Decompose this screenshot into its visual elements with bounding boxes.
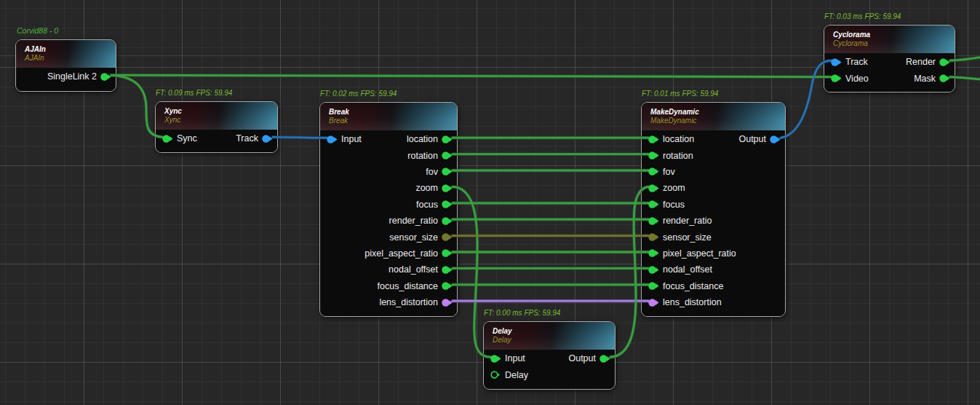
node-header-makedynamic[interactable]: MakeDynamicMakeDynamic (642, 103, 785, 130)
pin-render-ratio-input[interactable] (648, 216, 660, 226)
node-subtitle: Xync (164, 116, 277, 125)
pin-circle (442, 184, 449, 192)
pin-row: fov (320, 164, 457, 180)
pin-label: Input (341, 134, 362, 144)
pin-output-output[interactable] (599, 354, 611, 363)
pin-focus-distance-input[interactable] (648, 281, 660, 291)
pin-focus-distance-output[interactable] (442, 281, 453, 291)
pin-location-input[interactable] (648, 135, 660, 144)
pin-singlelink-2-output[interactable] (100, 72, 112, 82)
pin-label: lens_distortion (663, 297, 722, 307)
node-header-xync[interactable]: XyncXync (156, 102, 277, 130)
pin-nodal-offset-output[interactable] (442, 265, 453, 275)
pin-notch (947, 60, 950, 65)
pin-label: zoom (663, 183, 685, 193)
stats-label-xync: FT: 0.09 ms FPS: 59.94 (156, 89, 232, 98)
node-ajain[interactable]: AJAInAJAInSingleLink 2 (15, 39, 116, 92)
pin-group-left: Sync (162, 133, 197, 143)
pin-label: Video (845, 74, 869, 84)
node-cyclorama[interactable]: CycloramaCycloramaTrackRenderVideoMask (824, 25, 955, 93)
pin-group-right: sensor_size (389, 232, 453, 243)
pin-focus-input[interactable] (648, 200, 660, 209)
node-break[interactable]: BreakBreakInputlocationrotationfovzoomfo… (319, 102, 458, 317)
pin-mask-output[interactable] (939, 74, 951, 83)
pin-row: nodal_offset (320, 262, 457, 278)
pin-delay-hollow-input[interactable] (490, 370, 502, 380)
pin-render-ratio-output[interactable] (442, 216, 453, 226)
pin-sync-input[interactable] (162, 134, 174, 143)
pin-row: rotation (320, 147, 457, 163)
pin-notch (656, 235, 659, 240)
pin-render-output[interactable] (939, 58, 951, 67)
pin-notch (777, 137, 781, 142)
pin-lens-distortion-output[interactable] (442, 298, 453, 307)
pin-sensor-size-input[interactable] (648, 232, 660, 242)
pin-label: nodal_offset (389, 264, 438, 275)
pin-circle (599, 355, 607, 362)
pin-row: focus_distance (320, 278, 457, 294)
pin-group-left: location (648, 134, 694, 144)
pin-row: locationOutput (642, 131, 785, 147)
pin-rotation-input[interactable] (648, 151, 660, 160)
node-subtitle: Cyclorama (833, 39, 955, 48)
pin-row: focus_distance (642, 278, 785, 294)
node-header-break[interactable]: BreakBreak (320, 103, 457, 130)
pin-circle (939, 58, 947, 66)
pin-nodal-offset-input[interactable] (648, 265, 660, 275)
edge-xync-track-to-break-input[interactable] (273, 137, 327, 138)
pin-pixel-aspect-ratio-input[interactable] (648, 248, 660, 258)
pin-label: Mask (914, 74, 936, 84)
pin-row: focus (642, 197, 785, 213)
pin-row: InputOutput (484, 350, 615, 366)
pin-circle (490, 355, 498, 362)
pin-notch (498, 356, 501, 361)
pin-circle (648, 168, 656, 176)
pin-lens-distortion-input[interactable] (648, 298, 660, 307)
pin-row: sensor_size (642, 229, 785, 245)
pin-group-right: focus (416, 200, 453, 210)
pin-fov-input[interactable] (648, 167, 660, 176)
pin-group-left: Track (831, 57, 868, 67)
pin-circle (939, 74, 947, 82)
pin-group-left: fov (648, 167, 675, 177)
pin-group-right: focus_distance (378, 281, 453, 291)
node-header-ajain[interactable]: AJAInAJAIn (16, 40, 116, 68)
pin-output-output[interactable] (770, 135, 781, 144)
pin-input-input[interactable] (327, 135, 338, 144)
pin-notch (656, 153, 659, 158)
pin-sensor-size-output[interactable] (442, 232, 453, 242)
pin-rotation-output[interactable] (442, 151, 453, 160)
pin-location-output[interactable] (442, 135, 453, 144)
node-header-cyclorama[interactable]: CycloramaCyclorama (824, 25, 955, 53)
pin-circle (100, 73, 108, 80)
pin-circle (442, 250, 449, 257)
node-delay[interactable]: DelayDelayInputOutputDelay (483, 321, 616, 390)
pin-track-output[interactable] (262, 134, 274, 143)
pin-row: TrackRender (824, 54, 955, 70)
pin-circle (648, 266, 656, 273)
pin-label: fov (426, 167, 438, 177)
pin-notch (838, 60, 842, 65)
pin-fov-output[interactable] (442, 167, 453, 176)
pin-circle (648, 184, 656, 192)
pin-label: focus (416, 200, 438, 210)
node-body: locationOutputrotationfovzoomfocusrender… (642, 130, 785, 317)
pin-track-input[interactable] (831, 58, 842, 67)
pin-notch (498, 374, 500, 377)
pin-notch (449, 235, 453, 240)
pin-input-input[interactable] (490, 354, 502, 363)
device-group-label: Corvid88 - 0 (17, 26, 58, 35)
node-header-delay[interactable]: DelayDelay (484, 322, 615, 350)
node-makedynamic[interactable]: MakeDynamicMakeDynamiclocationOutputrota… (641, 102, 786, 317)
pin-focus-output[interactable] (442, 200, 453, 209)
pin-zoom-output[interactable] (442, 184, 453, 193)
pin-pixel-aspect-ratio-output[interactable] (442, 248, 453, 258)
node-title: Xync (164, 107, 277, 116)
pin-video-input[interactable] (831, 74, 842, 83)
pin-zoom-input[interactable] (648, 184, 660, 193)
node-xync[interactable]: XyncXyncSyncTrack (155, 101, 278, 153)
pin-group-right: SingleLink 2 (47, 71, 112, 82)
pin-label: focus_distance (378, 281, 438, 291)
node-graph-canvas[interactable]: AJAInAJAInSingleLink 2FT: 0.09 ms FPS: 5… (0, 0, 980, 405)
pin-notch (656, 300, 659, 305)
